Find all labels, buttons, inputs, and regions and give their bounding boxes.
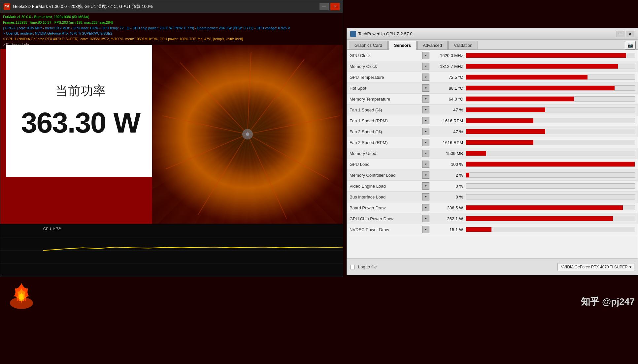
gpuz-minimize-button[interactable]: — [617,31,625,37]
sensor-bar [466,227,491,232]
gpu-name-dropdown[interactable]: NVIDIA GeForce RTX 4070 Ti SUPER ▾ [557,263,634,271]
dropdown-arrow-icon: ▾ [629,265,631,269]
sensor-value: 1620.0 MHz [429,53,466,58]
sensor-name: GPU Clock [350,53,422,58]
watermark: 知乎 @pj247 [581,295,635,308]
sensor-value: 1312.7 MHz [429,64,466,69]
sensor-value: 1509 MB [429,151,466,156]
power-panel: 当前功率 363.30 W [6,45,155,177]
sensor-name: Fan 2 Speed (%) [350,129,422,134]
sensor-bar [466,151,486,156]
sensor-bar [466,216,613,221]
close-button[interactable]: ✕ [330,3,340,10]
sensor-row: GPU Chip Power Draw▾262.1 W [347,213,638,224]
sensor-value: 286.5 W [429,205,466,210]
sensor-value: 64.0 °C [429,97,466,102]
sensor-dropdown-btn[interactable]: ▾ [422,128,429,135]
sensor-bar [466,173,469,177]
sensor-row: Fan 1 Speed (%)▾47 % [347,105,638,115]
sensor-bar-container [466,216,635,221]
sensor-dropdown-btn[interactable]: ▾ [422,63,429,70]
sensor-name: GPU Load [350,162,422,167]
log-checkbox[interactable] [350,265,355,269]
sensor-bar [466,75,588,79]
info-line5: > GPU 1 (NVIDIA GeForce RTX 4070 Ti SUPE… [3,36,340,42]
gpu-name-text: NVIDIA GeForce RTX 4070 Ti SUPER [560,265,628,269]
sensor-dropdown-btn[interactable]: ▾ [422,95,429,103]
tab-sensors[interactable]: Sensors [388,41,417,50]
sensor-dropdown-btn[interactable]: ▾ [422,106,429,113]
sensor-value: 262.1 W [429,216,466,221]
tab-advanced[interactable]: Advanced [417,41,448,49]
sensor-row: Board Power Draw▾286.5 W [347,202,638,213]
sensor-name: Board Power Draw [350,205,422,210]
sensor-name: Fan 1 Speed (RPM) [350,118,422,123]
gpuz-close-button[interactable]: ✕ [626,31,634,37]
sensor-dropdown-btn[interactable]: ▾ [422,226,429,233]
sensor-row: Memory Temperature▾64.0 °C [347,94,638,105]
sensor-bar-container [466,85,635,91]
tab-graphics-card[interactable]: Graphics Card [349,41,388,49]
sensor-bar-container [466,96,635,102]
screenshot-button[interactable]: 📷 [625,41,636,49]
sensor-dropdown-btn[interactable]: ▾ [422,161,429,168]
sensor-value: 1616 RPM [429,140,466,145]
sensor-dropdown-btn[interactable]: ▾ [422,182,429,190]
sensor-name: NVDEC Power Draw [350,227,422,232]
sensor-row: Memory Clock▾1312.7 MHz [347,61,638,72]
sensor-bar [466,97,574,101]
sensor-name: Memory Controller Load [350,173,422,178]
info-line4: > OpenGL renderer: NVIDIA GeForce RTX 40… [3,31,340,36]
power-value: 363.30 W [21,106,140,139]
gpuz-title-bar: TechPowerUp GPU-Z 2.57.0 — ✕ [347,28,638,40]
sensor-row: Video Engine Load▾0 % [347,181,638,192]
sensor-bar-container [466,64,635,69]
sensor-dropdown-btn[interactable]: ▾ [422,204,429,211]
sensor-bar [466,162,635,167]
sensor-value: 47 % [429,129,466,134]
gpuz-window: TechPowerUp GPU-Z 2.57.0 — ✕ Graphics Ca… [347,28,638,275]
sensor-dropdown-btn[interactable]: ▾ [422,117,429,124]
sensor-bar [466,86,615,90]
info-line2: Frames:128295 - time:80:10:27 - FPS:203 … [3,20,340,25]
sensor-bar-container [466,107,635,112]
gpuz-icon [350,31,356,37]
sensor-dropdown-btn[interactable]: ▾ [422,171,429,179]
graph-area: GPU 1: 72° [0,224,343,277]
title-controls: — ✕ [319,3,340,10]
sensor-dropdown-btn[interactable]: ▾ [422,84,429,92]
flame-logo [7,280,36,310]
sensor-bar [466,64,618,69]
sensor-dropdown-btn[interactable]: ▾ [422,215,429,222]
sensor-name: Memory Temperature [350,97,422,102]
sensor-bar [466,107,545,112]
sensor-bar [466,53,626,58]
sensor-row: NVDEC Power Draw▾15.1 W [347,224,638,235]
sensor-dropdown-btn[interactable]: ▾ [422,52,429,59]
sensor-dropdown-btn[interactable]: ▾ [422,193,429,200]
log-label: Log to file [358,264,377,269]
furmark-window: FM Geeks3D FurMark v1.30.0.0 - 203帧, GPU… [0,0,343,277]
sensor-row: Memory Controller Load▾2 % [347,170,638,181]
sensor-row: Bus Interface Load▾0 % [347,192,638,202]
sensor-row: Memory Used▾1509 MB [347,148,638,159]
sensor-value: 15.1 W [429,227,466,232]
sensor-bar-container [466,205,635,210]
sensor-value: 47 % [429,107,466,112]
sensor-dropdown-btn[interactable]: ▾ [422,139,429,146]
sensor-bar-container [466,183,635,189]
sensor-bar [466,129,545,134]
sensor-bar-container [466,53,635,58]
sensor-row: GPU Temperature▾72.5 °C [347,72,638,83]
sensor-dropdown-btn[interactable]: ▾ [422,74,429,81]
sensor-bar [466,118,533,123]
svg-point-12 [246,133,250,136]
sensor-value: 72.5 °C [429,75,466,80]
sensor-dropdown-btn[interactable]: ▾ [422,150,429,157]
sensor-bar-container [466,75,635,80]
minimize-button[interactable]: — [319,3,329,10]
sensor-name: GPU Chip Power Draw [350,216,422,221]
sensor-value: 2 % [429,173,466,178]
tab-validation[interactable]: Validation [448,41,478,49]
furmark-title-bar: FM Geeks3D FurMark v1.30.0.0 - 203帧, GPU… [0,0,343,13]
